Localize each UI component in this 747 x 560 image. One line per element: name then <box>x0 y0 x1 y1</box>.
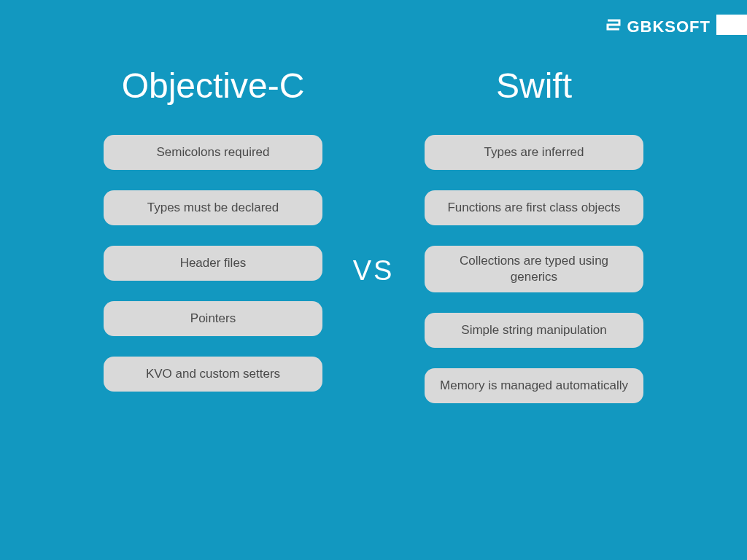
right-column-title: Swift <box>496 66 572 106</box>
left-item: Types must be declared <box>104 190 322 225</box>
right-item: Types are inferred <box>425 135 643 170</box>
left-item: Header files <box>104 246 322 281</box>
right-item: Collections are typed using generics <box>425 246 643 292</box>
right-item: Simple string manipulation <box>425 313 643 348</box>
left-column: Objective-C Semicolons required Types mu… <box>89 66 337 412</box>
left-item: Pointers <box>104 301 322 336</box>
left-item: KVO and custom setters <box>104 357 322 392</box>
left-column-title: Objective-C <box>122 66 305 106</box>
divider-container: VS <box>352 66 395 287</box>
left-item: Semicolons required <box>104 135 322 170</box>
brand-logo: GBKSOFT <box>605 16 711 38</box>
right-item: Functions are first class objects <box>425 190 643 225</box>
vs-divider-text: VS <box>353 255 395 287</box>
brand-decorative-strip <box>716 15 747 35</box>
brand-logo-icon <box>605 16 622 38</box>
brand-name: GBKSOFT <box>627 18 711 36</box>
right-item: Memory is managed automatically <box>425 368 643 403</box>
comparison-container: Objective-C Semicolons required Types mu… <box>0 0 747 424</box>
right-column: Swift Types are inferred Functions are f… <box>410 66 658 424</box>
